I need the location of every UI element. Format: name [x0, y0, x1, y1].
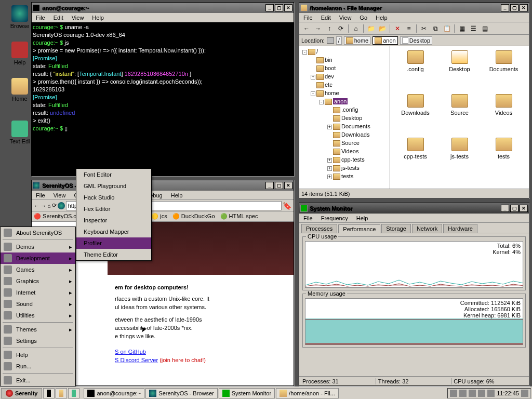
start-item[interactable]: Graphics▸ — [1, 275, 75, 287]
discord-link[interactable]: S Discord Server — [115, 357, 158, 363]
menu-file[interactable]: File — [301, 215, 315, 222]
menu-view[interactable]: View — [337, 14, 354, 21]
start-item[interactable]: Help — [1, 349, 75, 361]
start-button[interactable]: Serenity — [1, 388, 42, 398]
tree-node[interactable]: bin — [300, 56, 389, 64]
browser-titlebar[interactable]: SerenityOS - Browser _▢✕ — [32, 180, 294, 191]
desktop-icon-texteditor[interactable]: Text Edi — [5, 121, 34, 144]
tray-icon[interactable] — [469, 390, 476, 397]
menu-edit[interactable]: Edit — [51, 14, 65, 21]
bm-ddg[interactable]: 🟠 DuckDuckGo — [172, 213, 215, 220]
menu-view[interactable]: View — [51, 192, 68, 199]
folder-tree[interactable]: -/binboot+devetc-home-anon.configDesktop… — [299, 46, 390, 189]
submenu-item[interactable]: Inspector — [76, 215, 151, 226]
menu-frequency[interactable]: Frequency — [319, 215, 350, 222]
task-browser[interactable]: SerenityOS - Browser — [145, 388, 217, 398]
back-button[interactable]: ← — [301, 23, 312, 34]
menu-help[interactable]: Help — [90, 14, 106, 21]
menu-help[interactable]: Help — [374, 14, 390, 21]
start-item[interactable]: Utilities▸ — [1, 310, 75, 321]
folder-item[interactable]: Source — [438, 94, 481, 136]
submenu-item[interactable]: Hack Studio — [76, 192, 151, 203]
start-item[interactable]: Development▸ — [1, 252, 75, 264]
start-item[interactable]: Internet▸ — [1, 287, 75, 298]
tree-node[interactable]: +cpp-tests — [300, 155, 389, 164]
start-item[interactable]: Settings — [1, 335, 75, 347]
tree-node[interactable]: +Documents — [300, 122, 389, 130]
path-root[interactable]: / — [336, 36, 342, 45]
menu-go[interactable]: Go — [357, 14, 369, 21]
delete-button[interactable]: ✕ — [392, 23, 403, 34]
quick-editor[interactable] — [68, 388, 79, 398]
github-link[interactable]: S on GitHub — [115, 349, 146, 355]
tab-network[interactable]: Network — [412, 224, 442, 233]
desktop-icon-help[interactable]: Help — [5, 42, 34, 65]
minimize-button[interactable]: _ — [265, 182, 274, 189]
submenu-item[interactable]: Profiler — [76, 237, 151, 249]
desktop-icon-browse[interactable]: Browse — [5, 5, 34, 29]
task-filemgr[interactable]: /home/anon - Fil... — [276, 388, 339, 398]
folder-item[interactable]: Downloads — [394, 94, 436, 136]
menu-edit[interactable]: Edit — [319, 14, 333, 21]
desktop-icon-home[interactable]: Home — [5, 78, 34, 102]
tree-node[interactable]: -anon — [300, 97, 389, 105]
back-button[interactable]: ← — [34, 203, 39, 209]
folder-item[interactable]: cpp-tests — [394, 138, 436, 179]
folder-item[interactable]: .config — [394, 50, 436, 92]
tree-node[interactable]: boot — [300, 64, 389, 72]
tree-node[interactable]: +dev — [300, 72, 389, 81]
menu-help[interactable]: Help — [354, 215, 370, 222]
properties-button[interactable]: ≡ — [404, 23, 414, 34]
tab-hardware[interactable]: Hardware — [443, 224, 477, 233]
tree-node[interactable]: +tests — [300, 172, 389, 180]
new-folder-button[interactable]: 📁 — [366, 23, 376, 34]
minimize-button[interactable]: _ — [265, 4, 274, 11]
menu-view[interactable]: View — [70, 14, 86, 21]
bm-html[interactable]: 🟢 HTML spec — [220, 213, 258, 220]
start-item[interactable]: Themes▸ — [1, 324, 75, 335]
folder-item[interactable]: js-tests — [438, 138, 481, 179]
sysmon-titlebar[interactable]: System Monitor _▢✕ — [299, 203, 529, 214]
maximize-button[interactable]: ▢ — [275, 182, 283, 189]
start-item[interactable]: Exit... — [1, 375, 75, 386]
bm-jcs[interactable]: 🟡 jcs — [151, 213, 167, 220]
task-sysmon[interactable]: System Monitor — [219, 388, 275, 398]
close-button[interactable]: ✕ — [284, 4, 292, 11]
close-button[interactable]: ✕ — [284, 182, 292, 189]
path-desktop[interactable]: Desktop — [400, 36, 432, 45]
tree-node[interactable]: .config — [300, 105, 389, 114]
tray-calendar-icon[interactable] — [521, 390, 528, 397]
menu-file[interactable]: File — [301, 14, 315, 21]
folder-item[interactable]: Documents — [483, 50, 525, 92]
terminal-output[interactable]: courage:~ $ uname -aSerenityOS courage 1… — [32, 22, 294, 176]
maximize-button[interactable]: ▢ — [510, 4, 518, 11]
folder-item[interactable]: Desktop — [438, 50, 481, 92]
tab-storage[interactable]: Storage — [381, 224, 411, 233]
start-item[interactable]: Run... — [1, 361, 75, 372]
start-item[interactable]: Games▸ — [1, 264, 75, 275]
tray-icon[interactable] — [478, 390, 485, 397]
tree-node[interactable]: Desktop — [300, 114, 389, 122]
open-button[interactable]: 📂 — [377, 23, 388, 34]
tree-node[interactable]: -/ — [300, 47, 389, 56]
forward-button[interactable]: → — [313, 23, 323, 34]
submenu-item[interactable]: Hex Editor — [76, 203, 151, 215]
folder-item[interactable]: Videos — [483, 94, 525, 136]
copy-button[interactable]: ⧉ — [430, 23, 441, 34]
quick-filemgr[interactable] — [56, 388, 67, 398]
bm-serenity[interactable]: 🔴 SerenityOS.org — [34, 213, 82, 220]
path-anon[interactable]: anon — [373, 36, 397, 45]
close-button[interactable]: ✕ — [520, 205, 528, 212]
tray-volume-icon[interactable] — [487, 390, 495, 397]
tree-node[interactable]: Downloads — [300, 130, 389, 139]
start-item[interactable]: Demos▸ — [1, 241, 75, 252]
menu-file[interactable]: File — [34, 14, 47, 21]
paste-button[interactable]: 📋 — [442, 23, 452, 34]
taskbar-clock[interactable]: 11:22:45 — [497, 390, 519, 396]
tree-node[interactable]: -home — [300, 89, 389, 97]
minimize-button[interactable]: _ — [501, 205, 509, 212]
start-item[interactable]: About SerenityOS — [1, 227, 75, 238]
maximize-button[interactable]: ▢ — [510, 205, 518, 212]
forward-button[interactable]: → — [41, 203, 46, 209]
maximize-button[interactable]: ▢ — [275, 4, 283, 11]
